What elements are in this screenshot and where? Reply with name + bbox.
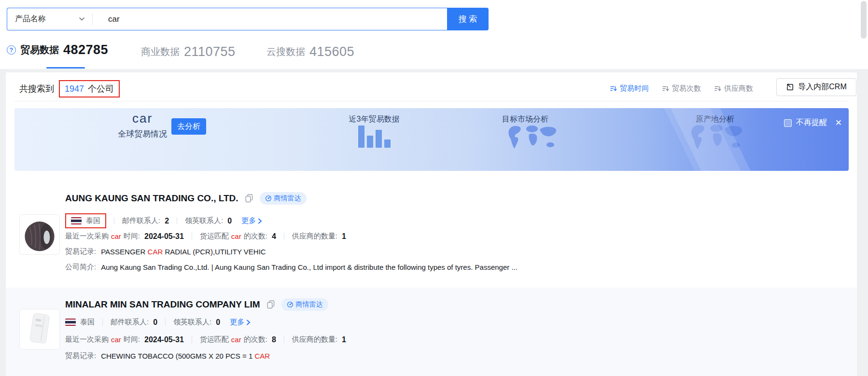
keyword-highlight: car bbox=[231, 232, 241, 240]
record-label: 贸易记录: bbox=[65, 351, 96, 361]
country-wrap: 泰国 bbox=[65, 318, 95, 327]
country-annotation-box: 泰国 bbox=[65, 213, 106, 228]
supplier-count: 1 bbox=[342, 232, 346, 241]
email-contacts-count: 0 bbox=[153, 318, 157, 327]
divider bbox=[14, 101, 848, 101]
purchase-label: 最近一次采购 bbox=[65, 335, 109, 344]
banner-keyword: car bbox=[104, 111, 181, 126]
product-thumbnail[interactable] bbox=[19, 309, 60, 349]
results-count-line: 共搜索到 1947 个公司 bbox=[19, 80, 120, 97]
sort-label: 贸易次数 bbox=[672, 84, 701, 93]
linkedin-contacts-label: 领英联系人: bbox=[185, 216, 223, 225]
tab-trade-data[interactable]: ? 贸易数据 482785 bbox=[7, 42, 108, 57]
tab-business-data[interactable]: 商业数据 2110755 bbox=[141, 44, 236, 59]
thailand-flag-icon bbox=[71, 217, 82, 224]
more-link[interactable]: 更多 bbox=[230, 318, 251, 327]
import-icon bbox=[786, 83, 794, 91]
company-card: AUNG KAUNG SAN TRADING CO., LTD. 商情雷达 bbox=[6, 174, 857, 288]
chevron-right-icon bbox=[246, 320, 251, 325]
intro-text: Aung Kaung San Trading Co.,Ltd. | Aung K… bbox=[101, 263, 518, 271]
sort-label: 供应商数 bbox=[724, 84, 753, 93]
keyword-highlight: car bbox=[111, 335, 121, 344]
banner-dismiss: 不再提醒 ✕ bbox=[784, 118, 842, 128]
sort-controls: 贸易时间 贸易次数 供应商数 bbox=[610, 84, 753, 93]
chevron-right-icon bbox=[258, 218, 262, 224]
search-category-select[interactable]: 产品名称 bbox=[7, 8, 92, 30]
product-image bbox=[21, 310, 58, 348]
count-annotation-box: 1947 个公司 bbox=[59, 80, 120, 97]
purchase-stats-row: 最近一次采购 car 时间: 2024-05-31 货运匹配 car 的次数: … bbox=[65, 232, 346, 241]
close-icon[interactable]: ✕ bbox=[835, 118, 842, 128]
record-text: CHEWING TOBACCO (500GMS X 20 PCS = 1 CAR bbox=[101, 352, 270, 360]
found-prefix: 共搜索到 bbox=[19, 83, 54, 95]
email-contacts-label: 邮件联系人: bbox=[122, 216, 160, 225]
shipment-label: 的次数: bbox=[244, 335, 267, 344]
crm-button-label: 导入内部CRM bbox=[798, 82, 846, 92]
more-label: 更多 bbox=[241, 216, 256, 225]
supplier-label: 供应商的数量: bbox=[292, 232, 337, 241]
record-text: PASSENGER CAR RADIAL (PCR),UTILITY VEHIC bbox=[101, 248, 266, 256]
search-bar: 产品名称 bbox=[7, 8, 447, 30]
keyword-highlight: CAR bbox=[254, 352, 270, 360]
sort-supplier-count[interactable]: 供应商数 bbox=[714, 84, 753, 93]
results-panel: 共搜索到 1947 个公司 贸易时间 贸易次数 供应商数 导入内部CRM car… bbox=[6, 72, 857, 376]
bar-chart-icon bbox=[358, 125, 393, 148]
tire-image bbox=[21, 216, 58, 253]
more-link[interactable]: 更多 bbox=[241, 216, 262, 225]
product-thumbnail[interactable] bbox=[19, 214, 60, 255]
email-contacts-label: 邮件联系人: bbox=[111, 318, 149, 327]
company-name[interactable]: AUNG KAUNG SAN TRADING CO., LTD. bbox=[65, 193, 238, 204]
import-crm-button[interactable]: 导入内部CRM bbox=[776, 78, 856, 96]
search-button[interactable]: 搜 索 bbox=[447, 8, 489, 30]
sort-icon bbox=[714, 85, 721, 92]
purchase-label: 时间: bbox=[124, 232, 140, 241]
copy-icon[interactable] bbox=[245, 194, 253, 203]
world-map-icon bbox=[507, 124, 560, 153]
supplier-label: 供应商的数量: bbox=[292, 335, 337, 344]
purchase-date: 2024-05-31 bbox=[144, 232, 184, 241]
shipment-label: 货运匹配 bbox=[200, 232, 229, 241]
banner-section-trade-data: 近3年贸易数据 bbox=[319, 114, 430, 125]
contacts-row: 泰国 邮件联系人: 0 领英联系人: 0 更多 bbox=[65, 318, 251, 327]
company-card: MINALAR MIN SAN TRADING COMPANY LIM 商情雷达 bbox=[6, 288, 857, 376]
copy-icon[interactable] bbox=[267, 300, 275, 309]
trade-record-row: 贸易记录: PASSENGER CAR RADIAL (PCR),UTILITY… bbox=[65, 247, 266, 256]
record-label: 贸易记录: bbox=[65, 247, 96, 256]
company-name-row: MINALAR MIN SAN TRADING COMPANY LIM 商情雷达 bbox=[65, 298, 328, 311]
linkedin-contacts-label: 领英联系人: bbox=[173, 318, 211, 327]
chevron-down-icon bbox=[79, 17, 84, 21]
business-radar-badge[interactable]: 商情雷达 bbox=[260, 192, 307, 205]
active-tab-underline bbox=[46, 67, 85, 69]
shipment-label: 的次数: bbox=[244, 232, 267, 241]
analyze-button[interactable]: 去分析 bbox=[171, 118, 206, 135]
business-radar-badge[interactable]: 商情雷达 bbox=[281, 298, 328, 311]
country-label: 泰国 bbox=[86, 216, 100, 225]
trade-analysis-banner: car 全球贸易情况 去分析 近3年贸易数据 目标市场分析 原产地分析 bbox=[14, 108, 849, 171]
country-label: 泰国 bbox=[80, 318, 95, 327]
tab-count: 482785 bbox=[63, 42, 108, 57]
keyword-highlight: car bbox=[111, 232, 121, 240]
scrollbar-thumb[interactable] bbox=[861, 1, 867, 39]
badge-label: 商情雷达 bbox=[274, 194, 301, 203]
company-count: 1947 bbox=[65, 84, 84, 94]
search-header: 产品名称 搜 索 ? 贸易数据 482785 商业数据 2110755 云搜数据… bbox=[0, 0, 868, 69]
linkedin-contacts-count: 0 bbox=[216, 318, 220, 327]
sort-trade-count[interactable]: 贸易次数 bbox=[662, 84, 701, 93]
company-name[interactable]: MINALAR MIN SAN TRADING COMPANY LIM bbox=[65, 299, 260, 310]
sort-icon bbox=[662, 85, 669, 92]
supplier-count: 1 bbox=[342, 335, 346, 344]
keyword-highlight: car bbox=[231, 335, 241, 344]
search-input[interactable] bbox=[93, 14, 447, 25]
badge-label: 商情雷达 bbox=[296, 300, 323, 309]
shipment-label: 货运匹配 bbox=[200, 335, 229, 344]
more-label: 更多 bbox=[230, 318, 244, 327]
found-suffix: 个公司 bbox=[88, 83, 114, 95]
tab-cloud-search-data[interactable]: 云搜数据 415605 bbox=[266, 44, 354, 59]
shipment-count: 4 bbox=[272, 232, 276, 241]
dismiss-checkbox[interactable] bbox=[784, 119, 792, 127]
tab-label: 云搜数据 bbox=[266, 45, 305, 58]
email-contacts-count: 2 bbox=[165, 217, 169, 225]
shipment-count: 8 bbox=[272, 335, 276, 344]
help-icon[interactable]: ? bbox=[7, 45, 16, 55]
sort-trade-time[interactable]: 贸易时间 bbox=[610, 84, 649, 93]
